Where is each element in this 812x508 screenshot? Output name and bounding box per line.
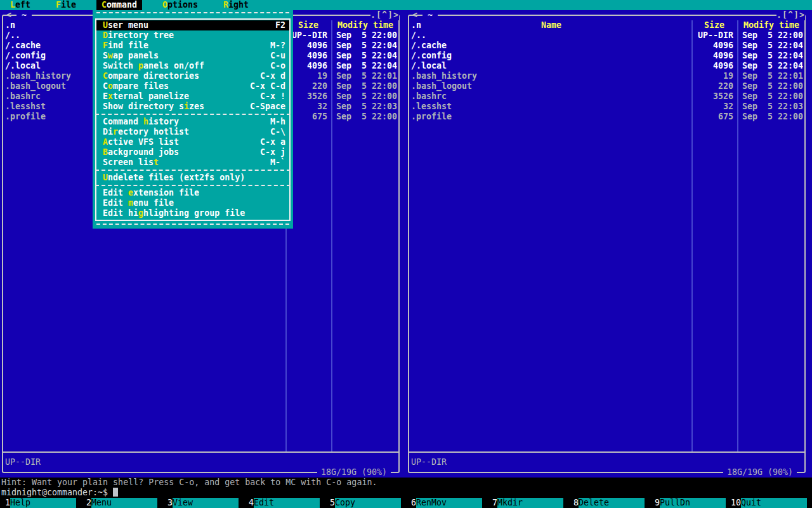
file-row-[interactable]: /..UP--DIRSep 5 22:00 xyxy=(406,30,812,41)
file-row-local[interactable]: /.local4096Sep 5 22:04 xyxy=(406,61,812,71)
fkey-1-help[interactable]: 1Help xyxy=(0,498,81,508)
menubar-item-options[interactable]: Options xyxy=(157,0,203,10)
menu-item-active-vfs-list[interactable]: Active VFS listC-x a xyxy=(96,137,289,147)
file-name: .profile xyxy=(411,112,452,122)
fkey-number: 4 xyxy=(244,498,254,508)
file-row-profile[interactable]: .profile675Sep 5 22:00 xyxy=(406,112,812,122)
menu-item-shortcut: C-x j xyxy=(260,147,285,157)
file-mtime: Sep 5 22:00 xyxy=(742,81,803,91)
fkey-5-copy[interactable]: 5Copy xyxy=(325,498,406,508)
fkey-label: RenMov xyxy=(416,498,482,508)
fkey-9-pulldn[interactable]: 9PullDn xyxy=(650,498,731,508)
history-back-icon[interactable]: < xyxy=(412,10,417,20)
command-menu: User menuF2Directory treeFind fileM-?Swa… xyxy=(93,10,293,229)
menu-item-edit-extension-file[interactable]: Edit extension file xyxy=(96,188,289,198)
file-row-cache[interactable]: /.cache4096Sep 5 22:04 xyxy=(406,41,812,51)
function-key-bar: 1Help2Menu3View4Edit5Copy6RenMov7Mkdir8D… xyxy=(0,498,812,508)
file-size: 675 xyxy=(718,112,733,122)
file-name: .lesshst xyxy=(5,102,46,112)
file-size: 220 xyxy=(312,81,327,91)
column-header-size[interactable]: Size xyxy=(704,20,724,30)
column-header-name[interactable]: Name xyxy=(541,20,561,30)
label: Screen list xyxy=(103,157,159,167)
menu-item-swap-panels[interactable]: Swap panelsC-u xyxy=(96,51,289,61)
menu-item-edit-highlighting-group-file[interactable]: Edit highlighting group file xyxy=(96,208,289,218)
menu-item-directory-tree[interactable]: Directory tree xyxy=(96,30,289,41)
menu-item-undelete-files-ext2fs-only[interactable]: Undelete files (ext2fs only) xyxy=(96,173,289,183)
menu-item-directory-hotlist[interactable]: Directory hotlistC-\ xyxy=(96,127,289,137)
fkey-4-edit[interactable]: 4Edit xyxy=(244,498,325,508)
file-size: 3526 xyxy=(307,91,327,102)
file-name: .lesshst xyxy=(411,102,452,112)
file-size: 19 xyxy=(723,71,733,81)
menu-item-external-panelize[interactable]: External panelizeC-x ! xyxy=(96,91,289,102)
prompt-text: midnight@commander:~$ xyxy=(1,488,108,497)
menubar-item-left[interactable]: Left xyxy=(5,0,36,10)
menu-item-switch-panels-on-off[interactable]: Switch panels on/offC-o xyxy=(96,61,289,71)
fkey-2-menu[interactable]: 2Menu xyxy=(81,498,162,508)
fkey-label: Copy xyxy=(335,498,401,508)
menubar-item-file[interactable]: File xyxy=(51,0,81,10)
file-name: /.config xyxy=(411,51,452,61)
file-name: /.cache xyxy=(411,41,447,51)
column-header-mtime[interactable]: Modify time xyxy=(337,20,393,30)
fkey-10-quit[interactable]: 10Quit xyxy=(731,498,812,508)
fkey-label: PullDn xyxy=(660,498,726,508)
menubar-item-command[interactable]: Command xyxy=(96,0,142,10)
file-row-bashrc[interactable]: .bashrc3526Sep 5 22:00 xyxy=(406,91,812,102)
file-mtime: Sep 5 22:01 xyxy=(336,71,397,81)
label: Compare directories xyxy=(103,71,199,81)
file-size: UP--DIR xyxy=(292,30,327,41)
fkey-number: 10 xyxy=(731,498,741,508)
fkey-label: Help xyxy=(10,498,76,508)
menu-item-compare-files[interactable]: Compare filesC-x C-d xyxy=(96,81,289,91)
menu-item-command-history[interactable]: Command historyM-h xyxy=(96,117,289,127)
column-header-mtime[interactable]: Modify time xyxy=(743,20,799,30)
fkey-3-view[interactable]: 3View xyxy=(162,498,244,508)
file-row-bash-logout[interactable]: .bash_logout220Sep 5 22:00 xyxy=(406,81,812,91)
label: Command history xyxy=(103,117,179,126)
menu-item-background-jobs[interactable]: Background jobsC-x j xyxy=(96,147,289,157)
file-mtime: Sep 5 22:04 xyxy=(336,51,397,61)
fkey-number: 8 xyxy=(568,498,579,508)
shell-prompt[interactable]: midnight@commander:~$ xyxy=(1,488,812,498)
menu-item-shortcut: C-\ xyxy=(270,127,285,137)
label: File xyxy=(56,0,76,10)
menu-item-edit-menu-file[interactable]: Edit menu file xyxy=(96,198,289,208)
menu-item-screen-list[interactable]: Screen listM-` xyxy=(96,157,289,168)
label: Left xyxy=(10,0,30,10)
file-row-lesshst[interactable]: .lesshst32Sep 5 22:03 xyxy=(406,102,812,112)
mini-status: UP--DIR xyxy=(5,457,41,467)
menubar-item-right[interactable]: Right xyxy=(218,0,254,10)
file-size: 19 xyxy=(317,71,327,81)
file-name: .profile xyxy=(5,112,46,122)
history-back-icon[interactable]: < xyxy=(6,10,11,20)
column-header-size[interactable]: Size xyxy=(298,20,318,30)
fkey-6-renmov[interactable]: 6RenMov xyxy=(406,498,487,508)
file-name: /.. xyxy=(411,30,426,41)
menu-item-compare-directories[interactable]: Compare directoriesC-x d xyxy=(96,71,289,81)
file-name: .bash_logout xyxy=(5,81,66,91)
file-size: 32 xyxy=(317,102,327,112)
file-mtime: Sep 5 22:00 xyxy=(336,30,397,41)
file-size: UP--DIR xyxy=(698,30,733,41)
fkey-8-delete[interactable]: 8Delete xyxy=(568,498,650,508)
panel-corner-buttons[interactable]: .[^]> xyxy=(370,10,399,20)
fkey-label: Quit xyxy=(741,498,807,508)
panel-corner-buttons[interactable]: .[^]> xyxy=(776,10,805,20)
menu-separator xyxy=(95,185,291,186)
menu-item-find-file[interactable]: Find fileM-? xyxy=(96,41,289,51)
menu-item-shortcut: C-x C-d xyxy=(250,81,285,91)
menubar: LeftFileCommandOptionsRight xyxy=(0,0,812,10)
menu-item-user-menu[interactable]: User menuF2 xyxy=(96,20,289,30)
file-row-config[interactable]: /.config4096Sep 5 22:04 xyxy=(406,51,812,61)
panel-path[interactable]: ~ xyxy=(16,10,32,20)
file-size: 4096 xyxy=(713,51,733,61)
file-mtime: Sep 5 22:00 xyxy=(742,91,803,102)
menu-item-show-directory-sizes[interactable]: Show directory sizesC-Space xyxy=(96,102,289,112)
file-mtime: Sep 5 22:04 xyxy=(336,61,397,71)
fkey-7-mkdir[interactable]: 7Mkdir xyxy=(487,498,568,508)
panel-path[interactable]: ~ xyxy=(422,10,438,20)
file-row-bash-history[interactable]: .bash_history19Sep 5 22:01 xyxy=(406,71,812,81)
file-mtime: Sep 5 22:00 xyxy=(742,112,803,122)
